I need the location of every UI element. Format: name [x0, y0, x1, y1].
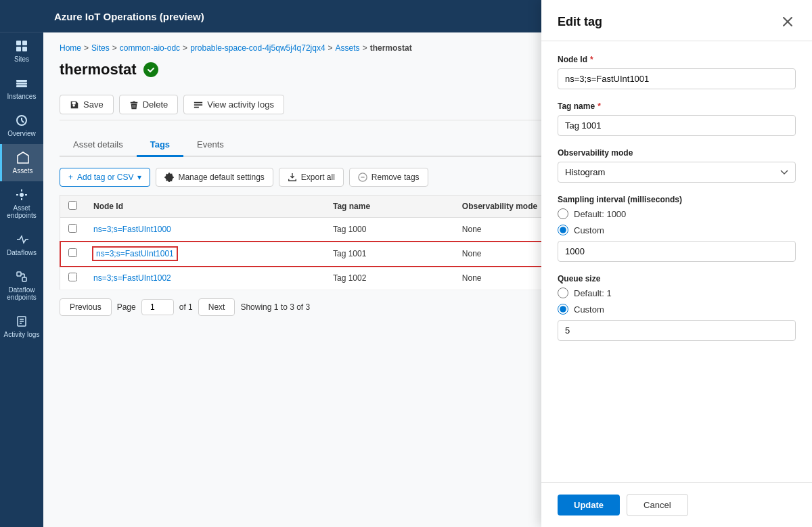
- sidebar-item-sites[interactable]: Sites: [0, 32, 43, 70]
- queue-custom-input[interactable]: [558, 320, 796, 341]
- page-title: thermostat: [60, 61, 137, 78]
- sidebar-item-dataflows-label: Dataflows: [7, 249, 37, 256]
- queue-custom-option[interactable]: Custom: [558, 304, 796, 315]
- svg-rect-1: [22, 41, 27, 45]
- remove-tags-label: Remove tags: [371, 173, 420, 182]
- sampling-group: Sampling interval (milliseconds) Default…: [558, 195, 796, 262]
- tag-name-3: Tag 1002: [325, 267, 454, 290]
- sidebar-item-dataflow-endpoints-label: Dataflow endpoints: [3, 286, 41, 301]
- node-id-input[interactable]: [558, 68, 796, 89]
- tab-asset-details[interactable]: Asset details: [60, 134, 137, 157]
- queue-radio-group: Default: 1 Custom: [558, 288, 796, 315]
- queue-custom-radio[interactable]: [558, 304, 568, 315]
- add-tag-label: Add tag or CSV: [77, 173, 133, 182]
- status-icon: [143, 62, 158, 77]
- delete-button[interactable]: Delete: [119, 95, 179, 114]
- view-activity-logs-label: View activity logs: [207, 99, 274, 110]
- edit-panel: Edit tag Node Id * Tag name * Observabil…: [541, 0, 812, 527]
- queue-default-option[interactable]: Default: 1: [558, 288, 796, 298]
- edit-panel-header: Edit tag: [541, 0, 812, 41]
- edit-panel-title: Edit tag: [558, 15, 602, 29]
- of-label: of 1: [179, 302, 193, 312]
- delete-icon: [129, 100, 139, 110]
- sampling-custom-radio[interactable]: [558, 225, 568, 235]
- settings-icon: [164, 173, 174, 182]
- select-all-checkbox[interactable]: [68, 201, 77, 210]
- node-id-link-1[interactable]: ns=3;s=FastUInt1000: [93, 225, 171, 234]
- sidebar-item-asset-endpoints-label: Asset endpoints: [3, 204, 41, 219]
- cancel-button[interactable]: Cancel: [627, 494, 687, 516]
- save-label: Save: [83, 99, 104, 110]
- sampling-default-option[interactable]: Default: 1000: [558, 208, 796, 219]
- tag-name-label: Tag name *: [558, 101, 796, 111]
- next-button[interactable]: Next: [198, 298, 235, 316]
- tag-name-input[interactable]: [558, 115, 796, 136]
- pagination-status: Showing 1 to 3 of 3: [240, 302, 310, 312]
- manage-settings-button[interactable]: Manage default settings: [156, 168, 273, 187]
- sidebar-item-activity-logs-label: Activity logs: [4, 331, 40, 338]
- tag-name-2: Tag 1001: [325, 242, 454, 267]
- breadcrumb-odc[interactable]: common-aio-odc: [120, 43, 180, 53]
- page-input[interactable]: [141, 299, 174, 315]
- svg-rect-11: [17, 272, 21, 276]
- edit-panel-body: Node Id * Tag name * Observability mode …: [541, 41, 812, 482]
- sidebar-item-asset-endpoints[interactable]: Asset endpoints: [0, 181, 43, 226]
- view-activity-logs-button[interactable]: View activity logs: [183, 95, 284, 114]
- app-title: Azure IoT Operations (preview): [54, 11, 204, 22]
- sampling-custom-option[interactable]: Custom: [558, 225, 796, 235]
- edit-panel-footer: Update Cancel: [541, 482, 812, 527]
- row1-checkbox[interactable]: [68, 224, 77, 233]
- obs-mode-select[interactable]: None Gauge Counter Histogram Log: [558, 162, 796, 183]
- sidebar-item-activity-logs[interactable]: Activity logs: [0, 308, 43, 345]
- breadcrumb-sites[interactable]: Sites: [91, 43, 110, 53]
- close-icon: [782, 16, 793, 27]
- node-id-group: Node Id *: [558, 55, 796, 89]
- tag-name-1: Tag 1000: [325, 218, 454, 242]
- node-id-link-2[interactable]: ns=3;s=FastUInt1001: [93, 248, 177, 260]
- node-id-header: Node Id: [85, 196, 325, 218]
- svg-rect-12: [22, 277, 26, 281]
- save-button[interactable]: Save: [60, 95, 114, 114]
- svg-rect-6: [16, 85, 27, 87]
- save-icon: [70, 100, 79, 110]
- breadcrumb-home[interactable]: Home: [60, 43, 81, 53]
- sidebar-item-instances-label: Instances: [7, 93, 37, 100]
- queue-size-group: Queue size Default: 1 Custom: [558, 274, 796, 341]
- tab-events[interactable]: Events: [183, 134, 238, 157]
- sampling-custom-input[interactable]: [558, 241, 796, 262]
- svg-line-9: [22, 120, 24, 122]
- row2-checkbox[interactable]: [68, 248, 77, 257]
- sidebar-header: [0, 0, 43, 32]
- export-icon: [288, 173, 297, 182]
- remove-tags-button[interactable]: Remove tags: [349, 168, 428, 187]
- sampling-label: Sampling interval (milliseconds): [558, 195, 796, 204]
- row3-checkbox[interactable]: [68, 273, 77, 281]
- sidebar-item-instances[interactable]: Instances: [0, 70, 43, 107]
- previous-button[interactable]: Previous: [60, 298, 112, 316]
- queue-size-label: Queue size: [558, 274, 796, 283]
- export-button[interactable]: Export all: [279, 168, 344, 187]
- tab-tags[interactable]: Tags: [137, 134, 183, 157]
- update-button[interactable]: Update: [558, 495, 620, 515]
- tag-name-group: Tag name *: [558, 101, 796, 136]
- svg-rect-4: [16, 80, 27, 82]
- manage-settings-label: Manage default settings: [178, 173, 264, 182]
- breadcrumb-assets[interactable]: Assets: [336, 43, 360, 53]
- activity-logs-icon: [194, 100, 203, 110]
- queue-default-radio[interactable]: [558, 288, 568, 298]
- obs-mode-group: Observability mode None Gauge Counter Hi…: [558, 148, 796, 183]
- node-id-link-3[interactable]: ns=3;s=FastUInt1002: [93, 273, 171, 283]
- sidebar-item-overview[interactable]: Overview: [0, 107, 43, 144]
- sampling-default-radio[interactable]: [558, 208, 568, 219]
- sidebar-item-dataflow-endpoints[interactable]: Dataflow endpoints: [0, 263, 43, 308]
- sampling-radio-group: Default: 1000 Custom: [558, 208, 796, 235]
- sidebar-item-overview-label: Overview: [7, 130, 36, 137]
- sidebar-item-dataflows[interactable]: Dataflows: [0, 226, 43, 263]
- close-button[interactable]: [780, 14, 796, 30]
- sidebar-item-assets[interactable]: Assets: [0, 144, 43, 181]
- select-all-header: [60, 196, 86, 218]
- breadcrumb-space[interactable]: probable-space-cod-4j5qw5j4q72jqx4: [190, 43, 325, 53]
- node-id-label: Node Id *: [558, 55, 796, 64]
- svg-point-10: [20, 193, 24, 197]
- add-tag-button[interactable]: + Add tag or CSV ▾: [60, 168, 150, 187]
